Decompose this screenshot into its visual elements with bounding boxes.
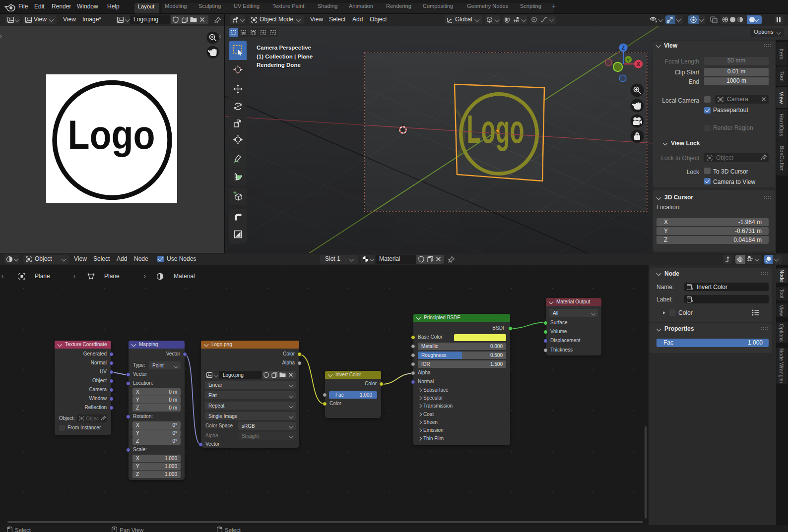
svg-text:Y: Y <box>627 57 630 62</box>
svg-text:Logo: Logo <box>67 113 155 157</box>
svg-text:X: X <box>637 61 640 67</box>
svg-text:Z: Z <box>622 45 625 51</box>
